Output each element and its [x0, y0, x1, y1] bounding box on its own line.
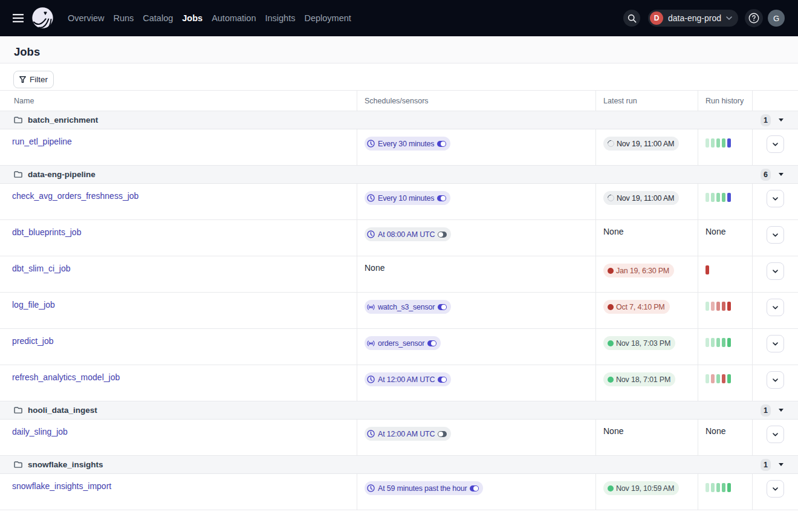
sensor-pill[interactable]: orders_sensor — [365, 336, 441, 350]
run-history-bar[interactable] — [716, 483, 720, 492]
latest-run-pill[interactable]: Jan 19, 6:30 PM — [603, 264, 674, 277]
run-history-bar[interactable] — [722, 483, 725, 492]
schedule-pill[interactable]: At 08:00 AM UTC — [365, 227, 451, 241]
run-history-bar[interactable] — [727, 302, 731, 311]
job-link[interactable]: snowflake_insights_import — [12, 481, 349, 491]
run-history-bar[interactable] — [722, 374, 725, 383]
job-link[interactable]: run_etl_pipeline — [12, 137, 349, 146]
row-expand-button[interactable] — [767, 226, 784, 244]
latest-run-pill[interactable]: Oct 7, 4:10 PM — [603, 300, 670, 314]
row-expand-button[interactable] — [767, 135, 784, 153]
help-button[interactable] — [745, 9, 763, 27]
group-row[interactable]: snowflake_insights1 — [0, 456, 798, 474]
run-history-bar[interactable] — [706, 193, 709, 202]
nav-item-automation[interactable]: Automation — [212, 13, 256, 23]
row-expand-button[interactable] — [767, 480, 784, 498]
table-header: Name Schedules/sensors Latest run Run hi… — [0, 91, 798, 111]
row-expand-button[interactable] — [767, 262, 784, 280]
schedule-toggle[interactable] — [438, 304, 447, 310]
run-history-bar[interactable] — [727, 193, 731, 202]
nav-item-runs[interactable]: Runs — [113, 13, 134, 23]
schedule-toggle[interactable] — [427, 340, 436, 346]
run-history-bar[interactable] — [722, 338, 725, 347]
cell-latest-run: None — [596, 220, 698, 256]
row-expand-button[interactable] — [767, 299, 784, 316]
group-collapse-caret[interactable] — [779, 407, 783, 414]
group-collapse-caret[interactable] — [779, 462, 783, 468]
latest-run-pill[interactable]: Nov 18, 7:03 PM — [603, 336, 675, 350]
run-history-bar[interactable] — [727, 374, 731, 383]
run-history-bar[interactable] — [711, 374, 715, 383]
run-history-bar[interactable] — [716, 138, 720, 148]
cell-run-history — [698, 129, 753, 166]
run-history-bar[interactable] — [716, 193, 720, 202]
job-link[interactable]: check_avg_orders_freshness_job — [12, 191, 349, 201]
run-history-bar[interactable] — [706, 483, 709, 492]
run-history-bar[interactable] — [706, 265, 709, 274]
nav-item-overview[interactable]: Overview — [68, 13, 104, 23]
nav-item-jobs[interactable]: Jobs — [182, 13, 203, 23]
run-history-bar[interactable] — [706, 338, 709, 347]
schedule-toggle[interactable] — [437, 195, 446, 201]
job-link[interactable]: predict_job — [12, 336, 349, 346]
schedule-toggle[interactable] — [438, 377, 447, 383]
cell-name: snowflake_insights_import — [0, 474, 357, 510]
run-history-bar[interactable] — [727, 138, 731, 148]
job-link[interactable]: dbt_blueprints_job — [12, 227, 349, 237]
run-history-bar[interactable] — [727, 338, 731, 347]
cell-schedules: Every 30 minutes — [357, 129, 596, 166]
row-expand-button[interactable] — [767, 426, 784, 443]
search-button[interactable] — [623, 10, 640, 27]
run-history-bar[interactable] — [706, 374, 709, 383]
run-history-bar[interactable] — [711, 193, 715, 202]
job-link[interactable]: refresh_analytics_model_job — [12, 372, 349, 382]
job-row: refresh_analytics_model_job At 12:00 AM … — [0, 365, 798, 401]
latest-run-pill[interactable]: Nov 18, 7:01 PM — [603, 372, 675, 386]
row-expand-button[interactable] — [767, 335, 784, 352]
latest-run-pill[interactable]: Nov 19, 10:59 AM — [603, 481, 679, 495]
latest-run-pill[interactable]: Nov 19, 11:00 AM — [603, 137, 679, 151]
row-expand-button[interactable] — [767, 190, 784, 207]
run-history-bar[interactable] — [716, 302, 720, 311]
run-history-bar[interactable] — [711, 138, 715, 148]
sensor-pill[interactable]: watch_s3_sensor — [365, 300, 451, 314]
run-history-bar[interactable] — [727, 483, 731, 492]
run-history-bar[interactable] — [706, 302, 709, 311]
schedule-pill[interactable]: At 12:00 AM UTC — [365, 427, 451, 441]
run-history-bar[interactable] — [722, 193, 725, 202]
run-history-bar[interactable] — [706, 138, 709, 148]
schedule-pill[interactable]: Every 10 minutes — [365, 191, 450, 205]
filter-button[interactable]: Filter — [13, 71, 54, 88]
schedule-toggle[interactable] — [470, 485, 479, 491]
run-history-bar[interactable] — [716, 374, 720, 383]
schedule-toggle[interactable] — [438, 431, 447, 437]
nav-item-insights[interactable]: Insights — [265, 13, 295, 23]
run-history-bar[interactable] — [716, 338, 720, 347]
run-status-dot — [608, 268, 614, 274]
run-history-bar[interactable] — [711, 483, 715, 492]
workspace-switcher[interactable]: D data-eng-prod — [648, 10, 738, 27]
dagster-logo[interactable] — [29, 4, 58, 33]
row-expand-button[interactable] — [767, 371, 784, 389]
user-avatar[interactable]: G — [768, 10, 785, 27]
schedule-pill[interactable]: Every 30 minutes — [365, 137, 450, 151]
run-history-bar[interactable] — [711, 302, 715, 311]
job-link[interactable]: daily_sling_job — [12, 427, 349, 436]
latest-run-pill[interactable]: Nov 19, 11:00 AM — [603, 191, 679, 205]
schedule-pill[interactable]: At 59 minutes past the hour — [365, 481, 483, 495]
schedule-pill[interactable]: At 12:00 AM UTC — [365, 372, 451, 386]
group-row[interactable]: hooli_data_ingest1 — [0, 401, 798, 420]
job-link[interactable]: dbt_slim_ci_job — [12, 264, 349, 273]
job-link[interactable]: log_file_job — [12, 300, 349, 310]
run-history-bar[interactable] — [722, 302, 725, 311]
group-collapse-caret[interactable] — [779, 117, 783, 123]
run-history-bar[interactable] — [722, 138, 725, 148]
schedule-toggle[interactable] — [438, 232, 447, 238]
group-row[interactable]: data-eng-pipeline6 — [0, 166, 798, 184]
nav-item-catalog[interactable]: Catalog — [143, 13, 173, 23]
schedule-toggle[interactable] — [437, 141, 446, 147]
group-collapse-caret[interactable] — [779, 172, 783, 178]
run-history-bar[interactable] — [711, 338, 715, 347]
nav-item-deployment[interactable]: Deployment — [304, 13, 351, 23]
group-row[interactable]: batch_enrichment1 — [0, 111, 798, 129]
